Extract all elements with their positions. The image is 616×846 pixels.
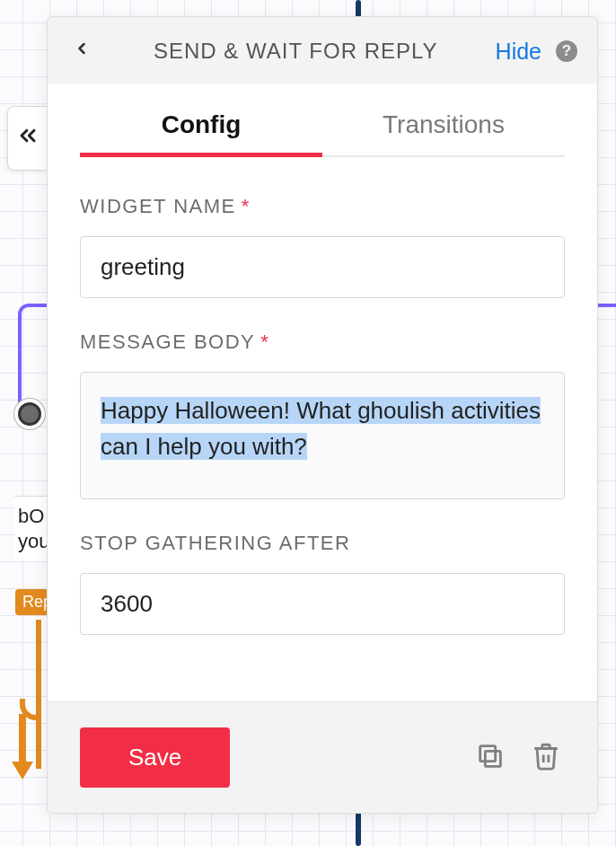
widget-name-label: WIDGET NAME* xyxy=(80,195,565,218)
widget-name-input[interactable] xyxy=(80,236,565,298)
stop-gathering-label: STOP GATHERING AFTER xyxy=(80,532,565,555)
duplicate-button[interactable] xyxy=(471,739,509,777)
hide-link[interactable]: Hide xyxy=(496,39,541,65)
tab-config[interactable]: Config xyxy=(80,110,322,155)
widget-name-field: WIDGET NAME* xyxy=(80,195,565,298)
svg-rect-1 xyxy=(480,745,496,761)
label-text: STOP GATHERING AFTER xyxy=(80,532,350,554)
panel-footer: Save xyxy=(48,701,597,813)
stop-gathering-input[interactable] xyxy=(80,573,565,635)
panel-body: Config Transitions WIDGET NAME* MESSAGE … xyxy=(48,84,597,701)
tab-transitions[interactable]: Transitions xyxy=(322,110,565,155)
collapse-panel-tab[interactable] xyxy=(7,106,48,171)
tab-bar: Config Transitions xyxy=(80,84,565,157)
required-asterisk: * xyxy=(260,330,269,353)
save-button[interactable]: Save xyxy=(80,727,230,788)
selected-text: Happy Halloween! What ghoulish activitie… xyxy=(101,397,541,460)
widget-config-panel: SEND & WAIT FOR REPLY Hide ? Config Tran… xyxy=(47,16,598,814)
message-body-label: MESSAGE BODY* xyxy=(80,330,565,354)
back-button[interactable] xyxy=(67,37,96,66)
label-text: WIDGET NAME xyxy=(80,195,236,217)
svg-rect-0 xyxy=(485,751,500,766)
config-form[interactable]: WIDGET NAME* MESSAGE BODY* Happy Hallowe… xyxy=(48,157,597,701)
help-icon[interactable]: ? xyxy=(556,40,577,62)
panel-title: SEND & WAIT FOR REPLY xyxy=(107,39,485,64)
delete-button[interactable] xyxy=(527,739,565,777)
stop-gathering-field: STOP GATHERING AFTER xyxy=(80,532,565,635)
message-body-field: MESSAGE BODY* Happy Halloween! What ghou… xyxy=(80,330,565,499)
chevron-left-icon xyxy=(73,36,91,67)
required-asterisk: * xyxy=(242,195,251,217)
label-text: MESSAGE BODY xyxy=(80,330,255,353)
panel-header: SEND & WAIT FOR REPLY Hide ? xyxy=(48,17,597,84)
trash-icon xyxy=(531,741,561,775)
message-body-textarea[interactable]: Happy Halloween! What ghoulish activitie… xyxy=(80,372,565,499)
duplicate-icon xyxy=(475,741,506,775)
chevron-double-left-icon xyxy=(15,123,40,154)
